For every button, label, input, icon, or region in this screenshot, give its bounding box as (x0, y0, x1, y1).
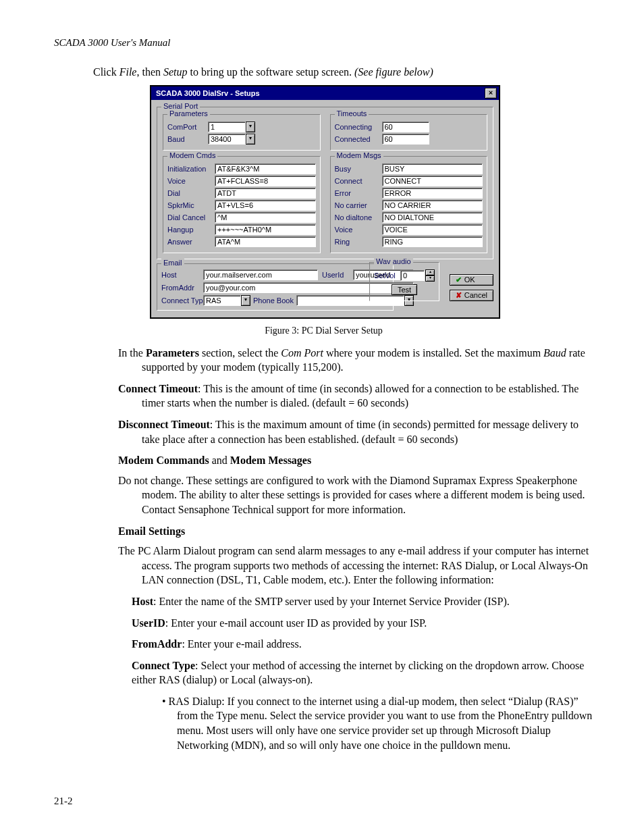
chevron-down-icon[interactable]: ▾ (246, 134, 255, 145)
heading-modem: Modem Commands and Modem Messages (118, 453, 593, 468)
field-label: Dial Cancel (167, 213, 215, 221)
field-value[interactable]: BUSY (382, 163, 483, 174)
comport-value[interactable]: 1 (208, 122, 246, 132)
label-connecttype: Connect Type (161, 296, 199, 305)
field-value[interactable]: AT+VLS=6 (215, 200, 316, 211)
legend-modem-msgs: Modem Msgs (335, 151, 383, 159)
para-host: Host: Enter the name of the SMTP server … (132, 594, 593, 609)
field-label: Hangup (167, 226, 215, 234)
connected-value[interactable]: 60 (382, 134, 429, 145)
field-row: VoiceVOICE (335, 224, 483, 235)
connecttype-value[interactable]: RAS (203, 295, 241, 306)
field-value[interactable]: +++~~~ATH0^M (215, 224, 316, 235)
field-value[interactable]: AT+FCLASS=8 (215, 176, 316, 186)
field-value[interactable]: ERROR (382, 188, 483, 199)
figure-dialog: SCADA 3000 DialSrv - Setups × Serial Por… (150, 85, 498, 319)
field-value[interactable]: CONNECT (382, 176, 483, 186)
field-value[interactable]: AT&F&K3^M (215, 163, 316, 174)
field-value[interactable]: NO CARRIER (382, 200, 483, 211)
setvol-spinner[interactable]: ▴▾ (425, 269, 435, 282)
field-value[interactable]: ATDT (215, 188, 316, 199)
dialog-button-bar: ✔ OK ✘ Cancel (450, 274, 493, 301)
group-wav: Wav audio SetVol 0 ▴▾ Test (369, 262, 439, 301)
label-host: Host (161, 271, 199, 279)
para-fromaddr: FromAddr: Enter your e-mail address. (132, 637, 593, 652)
para-ras-bullet: • RAS Dialup: If you connect to the inte… (162, 694, 593, 752)
field-label: Busy (335, 165, 382, 173)
label-phonebook: Phone Book (253, 296, 294, 305)
field-label: Connect (335, 177, 382, 185)
field-label: Ring (335, 238, 382, 246)
label-connecting: Connecting (335, 123, 382, 131)
host-value[interactable]: your.mailserver.com (203, 269, 318, 280)
legend-timeouts: Timeouts (335, 109, 369, 118)
baud-combo[interactable]: 38400 ▾ (208, 134, 255, 145)
field-row: No carrierNO CARRIER (335, 200, 483, 211)
para-modem: Do not change. These settings are config… (118, 473, 593, 517)
field-label: Initialization (167, 165, 215, 173)
field-row: No dialtoneNO DIALTONE (335, 212, 483, 223)
ok-button[interactable]: ✔ OK (450, 274, 493, 286)
intro-line: Click File, then Setup to bring up the s… (93, 65, 593, 80)
field-value[interactable]: RING (382, 236, 483, 247)
para-connecttype: Connect Type: Select your method of acce… (132, 658, 593, 687)
label-baud: Baud (167, 135, 208, 143)
modem-cmds-rows: InitializationAT&F&K3^MVoiceAT+FCLASS=8D… (167, 163, 316, 247)
group-modem-cmds: Modem Cmds InitializationAT&F&K3^MVoiceA… (163, 156, 321, 253)
group-modem-msgs: Modem Msgs BusyBUSYConnectCONNECTErrorER… (330, 156, 488, 253)
field-value[interactable]: ATA^M (215, 236, 316, 247)
figure-caption: Figure 3: PC Dial Server Setup (54, 325, 593, 336)
modem-msgs-rows: BusyBUSYConnectCONNECTErrorERRORNo carri… (335, 163, 483, 247)
page: SCADA 3000 User's Manual Click File, the… (0, 0, 644, 834)
page-number: 21-2 (54, 796, 73, 807)
field-value[interactable]: VOICE (382, 224, 483, 235)
para-email: The PC Alarm Dialout program can send al… (118, 544, 593, 588)
connecting-value[interactable]: 60 (382, 122, 429, 132)
field-row: ConnectCONNECT (335, 176, 483, 186)
close-icon[interactable]: × (485, 88, 497, 99)
legend-wav: Wav audio (374, 257, 413, 265)
heading-email: Email Settings (118, 524, 593, 539)
group-serial-port: Serial Port Parameters ComPort 1 ▾ (157, 107, 493, 259)
group-timeouts: Timeouts Connecting 60 Connected 60 (330, 114, 488, 151)
para-parameters: In the Parameters section, select the Co… (118, 346, 593, 375)
cancel-label: Cancel (464, 291, 487, 299)
label-setvol: SetVol (374, 271, 400, 280)
field-row: Hangup+++~~~ATH0^M (167, 224, 316, 235)
field-row: DialATDT (167, 188, 316, 199)
titlebar: SCADA 3000 DialSrv - Setups × (151, 86, 499, 100)
field-label: No dialtone (335, 213, 382, 221)
para-userid: UserID: Enter your e-mail account user I… (132, 616, 593, 631)
field-row: ErrorERROR (335, 188, 483, 199)
field-label: Error (335, 189, 382, 197)
field-value[interactable]: NO DIALTONE (382, 212, 483, 223)
connecttype-combo[interactable]: RAS ▾ (203, 295, 250, 306)
field-label: Voice (167, 177, 215, 185)
field-row: AnswerATA^M (167, 236, 316, 247)
comport-combo[interactable]: 1 ▾ (208, 122, 255, 132)
dialog-window: SCADA 3000 DialSrv - Setups × Serial Por… (150, 85, 500, 319)
field-label: Dial (167, 189, 215, 197)
chevron-down-icon[interactable]: ▾ (246, 122, 255, 132)
ok-label: OK (464, 276, 475, 284)
running-head: SCADA 3000 User's Manual (54, 37, 593, 49)
para-disconnect-timeout: Disconnect Timeout: This is the maximum … (118, 417, 593, 446)
field-row: Dial Cancel^M (167, 212, 316, 223)
setvol-value[interactable]: 0 (400, 270, 425, 281)
legend-parameters: Parameters (167, 109, 210, 118)
check-icon: ✔ (456, 276, 462, 284)
test-button[interactable]: Test (392, 284, 417, 295)
chevron-down-icon[interactable]: ▾ (241, 295, 250, 306)
legend-modem-cmds: Modem Cmds (167, 151, 217, 159)
group-parameters: Parameters ComPort 1 ▾ Baud (163, 114, 321, 151)
para-connect-timeout: Connect Timeout: This is the amount of t… (118, 382, 593, 411)
legend-email: Email (161, 259, 184, 267)
baud-value[interactable]: 38400 (208, 134, 246, 145)
cancel-button[interactable]: ✘ Cancel (450, 290, 493, 301)
window-title: SCADA 3000 DialSrv - Setups (153, 89, 485, 97)
field-row: RingRING (335, 236, 483, 247)
field-value[interactable]: ^M (215, 212, 316, 223)
field-label: SpkrMic (167, 201, 215, 209)
field-label: Voice (335, 226, 382, 234)
field-row: BusyBUSY (335, 163, 483, 174)
